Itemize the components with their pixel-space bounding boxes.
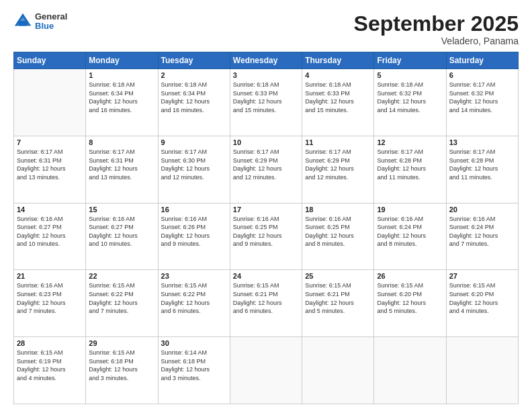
day-number: 27 — [449, 272, 515, 280]
day-number: 26 — [377, 272, 443, 280]
day-info: Sunrise: 6:16 AM Sunset: 6:24 PM Dayligh… — [449, 215, 515, 248]
day-number: 5 — [377, 71, 443, 79]
day-number: 4 — [305, 71, 371, 79]
calendar-day-header: Tuesday — [158, 52, 230, 69]
calendar-cell: 19Sunrise: 6:16 AM Sunset: 6:24 PM Dayli… — [374, 203, 446, 270]
day-number: 1 — [89, 71, 154, 79]
calendar-cell: 20Sunrise: 6:16 AM Sunset: 6:24 PM Dayli… — [446, 203, 518, 270]
calendar-cell: 14Sunrise: 6:16 AM Sunset: 6:27 PM Dayli… — [14, 203, 86, 270]
calendar-cell: 3Sunrise: 6:18 AM Sunset: 6:33 PM Daylig… — [230, 69, 302, 136]
day-info: Sunrise: 6:15 AM Sunset: 6:20 PM Dayligh… — [449, 281, 515, 315]
day-info: Sunrise: 6:17 AM Sunset: 6:29 PM Dayligh… — [305, 148, 371, 181]
calendar-cell: 22Sunrise: 6:15 AM Sunset: 6:22 PM Dayli… — [86, 270, 158, 337]
day-number: 8 — [89, 138, 154, 146]
day-info: Sunrise: 6:17 AM Sunset: 6:32 PM Dayligh… — [449, 81, 515, 114]
calendar-cell: 16Sunrise: 6:16 AM Sunset: 6:26 PM Dayli… — [158, 203, 230, 270]
calendar-day-header: Saturday — [446, 52, 518, 69]
calendar-cell: 15Sunrise: 6:16 AM Sunset: 6:27 PM Dayli… — [86, 203, 158, 270]
calendar-day-header: Sunday — [14, 52, 86, 69]
calendar-cell: 2Sunrise: 6:18 AM Sunset: 6:34 PM Daylig… — [158, 69, 230, 136]
logo-text: General Blue — [35, 12, 67, 32]
day-info: Sunrise: 6:16 AM Sunset: 6:25 PM Dayligh… — [305, 215, 371, 248]
day-info: Sunrise: 6:16 AM Sunset: 6:25 PM Dayligh… — [233, 215, 299, 248]
day-info: Sunrise: 6:17 AM Sunset: 6:31 PM Dayligh… — [89, 148, 154, 181]
calendar-week-row: 7Sunrise: 6:17 AM Sunset: 6:31 PM Daylig… — [14, 136, 519, 203]
calendar-cell: 26Sunrise: 6:15 AM Sunset: 6:20 PM Dayli… — [374, 270, 446, 337]
logo: General Blue — [13, 12, 67, 32]
calendar-day-header: Thursday — [302, 52, 374, 69]
day-info: Sunrise: 6:16 AM Sunset: 6:24 PM Dayligh… — [377, 215, 443, 248]
day-number: 16 — [161, 205, 227, 214]
calendar-day-header: Wednesday — [230, 52, 302, 69]
calendar-cell: 10Sunrise: 6:17 AM Sunset: 6:29 PM Dayli… — [230, 136, 302, 203]
calendar-cell: 13Sunrise: 6:17 AM Sunset: 6:28 PM Dayli… — [446, 136, 518, 203]
calendar-cell: 27Sunrise: 6:15 AM Sunset: 6:20 PM Dayli… — [446, 270, 518, 337]
day-info: Sunrise: 6:18 AM Sunset: 6:34 PM Dayligh… — [89, 81, 154, 114]
day-number: 20 — [449, 205, 515, 214]
calendar-week-row: 1Sunrise: 6:18 AM Sunset: 6:34 PM Daylig… — [14, 69, 519, 136]
day-info: Sunrise: 6:17 AM Sunset: 6:31 PM Dayligh… — [17, 148, 83, 181]
calendar-week-row: 28Sunrise: 6:15 AM Sunset: 6:19 PM Dayli… — [14, 337, 519, 404]
calendar-day-header: Friday — [374, 52, 446, 69]
calendar-cell: 18Sunrise: 6:16 AM Sunset: 6:25 PM Dayli… — [302, 203, 374, 270]
calendar-cell — [374, 337, 446, 404]
calendar-week-row: 14Sunrise: 6:16 AM Sunset: 6:27 PM Dayli… — [14, 203, 519, 270]
calendar-cell: 5Sunrise: 6:18 AM Sunset: 6:32 PM Daylig… — [374, 69, 446, 136]
day-number: 10 — [233, 138, 299, 146]
calendar-header-row: SundayMondayTuesdayWednesdayThursdayFrid… — [14, 52, 519, 69]
calendar-cell: 30Sunrise: 6:14 AM Sunset: 6:18 PM Dayli… — [158, 337, 230, 404]
calendar-cell: 11Sunrise: 6:17 AM Sunset: 6:29 PM Dayli… — [302, 136, 374, 203]
day-info: Sunrise: 6:16 AM Sunset: 6:27 PM Dayligh… — [89, 215, 154, 248]
day-info: Sunrise: 6:15 AM Sunset: 6:20 PM Dayligh… — [377, 281, 443, 315]
day-info: Sunrise: 6:17 AM Sunset: 6:29 PM Dayligh… — [233, 148, 299, 181]
day-number: 23 — [161, 272, 227, 280]
day-number: 29 — [89, 339, 154, 347]
day-number: 18 — [305, 205, 371, 214]
calendar-cell: 9Sunrise: 6:17 AM Sunset: 6:30 PM Daylig… — [158, 136, 230, 203]
calendar-cell: 12Sunrise: 6:17 AM Sunset: 6:28 PM Dayli… — [374, 136, 446, 203]
day-number: 28 — [17, 339, 83, 347]
day-info: Sunrise: 6:15 AM Sunset: 6:21 PM Dayligh… — [233, 281, 299, 315]
day-number: 7 — [17, 138, 83, 146]
calendar-day-header: Monday — [86, 52, 158, 69]
calendar-cell: 28Sunrise: 6:15 AM Sunset: 6:19 PM Dayli… — [14, 337, 86, 404]
day-info: Sunrise: 6:18 AM Sunset: 6:32 PM Dayligh… — [377, 81, 443, 114]
logo-blue: Blue — [35, 21, 67, 31]
location: Veladero, Panama — [354, 36, 519, 46]
day-info: Sunrise: 6:15 AM Sunset: 6:22 PM Dayligh… — [161, 281, 227, 315]
calendar-cell: 25Sunrise: 6:15 AM Sunset: 6:21 PM Dayli… — [302, 270, 374, 337]
day-number: 19 — [377, 205, 443, 214]
day-number: 25 — [305, 272, 371, 280]
day-number: 9 — [161, 138, 227, 146]
day-number: 11 — [305, 138, 371, 146]
day-number: 3 — [233, 71, 299, 79]
title-block: September 2025 Veladero, Panama — [354, 12, 519, 46]
logo-icon — [13, 12, 32, 31]
day-number: 21 — [17, 272, 83, 280]
day-number: 2 — [161, 71, 227, 79]
calendar-cell: 1Sunrise: 6:18 AM Sunset: 6:34 PM Daylig… — [86, 69, 158, 136]
day-info: Sunrise: 6:16 AM Sunset: 6:27 PM Dayligh… — [17, 215, 83, 248]
svg-rect-2 — [18, 21, 27, 26]
header: General Blue September 2025 Veladero, Pa… — [13, 12, 519, 46]
page: General Blue September 2025 Veladero, Pa… — [0, 0, 532, 411]
day-info: Sunrise: 6:15 AM Sunset: 6:22 PM Dayligh… — [89, 281, 154, 315]
month-title: September 2025 — [354, 12, 519, 36]
calendar-cell: 7Sunrise: 6:17 AM Sunset: 6:31 PM Daylig… — [14, 136, 86, 203]
calendar-cell: 17Sunrise: 6:16 AM Sunset: 6:25 PM Dayli… — [230, 203, 302, 270]
day-number: 15 — [89, 205, 154, 214]
calendar-cell: 23Sunrise: 6:15 AM Sunset: 6:22 PM Dayli… — [158, 270, 230, 337]
logo-general: General — [35, 12, 67, 21]
calendar-cell: 4Sunrise: 6:18 AM Sunset: 6:33 PM Daylig… — [302, 69, 374, 136]
calendar-cell — [446, 337, 518, 404]
day-number: 22 — [89, 272, 154, 280]
day-number: 12 — [377, 138, 443, 146]
day-info: Sunrise: 6:18 AM Sunset: 6:33 PM Dayligh… — [233, 81, 299, 114]
day-info: Sunrise: 6:15 AM Sunset: 6:18 PM Dayligh… — [89, 349, 154, 382]
calendar-cell — [302, 337, 374, 404]
calendar-cell: 6Sunrise: 6:17 AM Sunset: 6:32 PM Daylig… — [446, 69, 518, 136]
day-number: 6 — [449, 71, 515, 79]
calendar-cell: 29Sunrise: 6:15 AM Sunset: 6:18 PM Dayli… — [86, 337, 158, 404]
day-info: Sunrise: 6:15 AM Sunset: 6:19 PM Dayligh… — [17, 349, 83, 382]
day-info: Sunrise: 6:15 AM Sunset: 6:21 PM Dayligh… — [305, 281, 371, 315]
